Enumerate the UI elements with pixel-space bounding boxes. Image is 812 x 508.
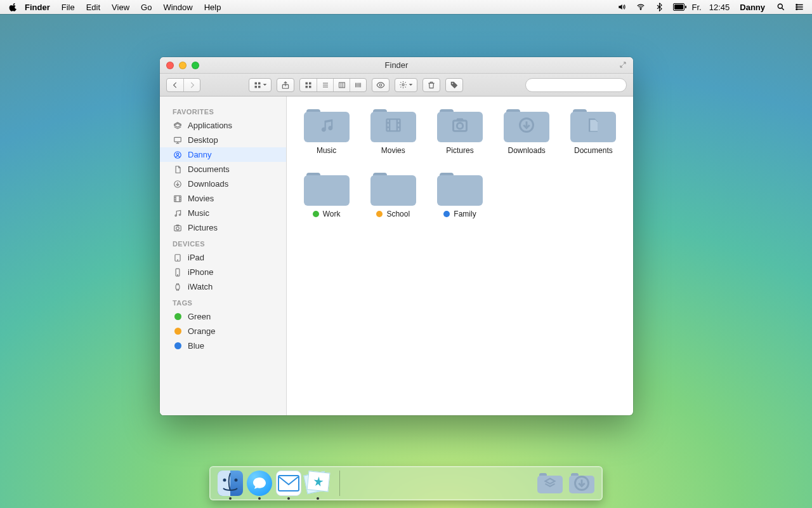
menubar-user[interactable]: Danny — [737, 0, 768, 14]
path-button[interactable] — [249, 78, 272, 92]
sidebar-item-iwatch[interactable]: iWatch — [160, 279, 286, 294]
sidebar-item-orange[interactable]: Orange — [160, 324, 286, 338]
iphone-icon — [173, 267, 183, 277]
tags-button[interactable] — [445, 78, 463, 92]
folder-icon — [504, 108, 549, 142]
sidebar-item-movies[interactable]: Movies — [160, 191, 286, 206]
sidebar: FAVORITESApplicationsDesktopDannyDocumen… — [160, 97, 287, 415]
battery-icon[interactable] — [673, 0, 684, 14]
view-columns[interactable] — [333, 79, 350, 91]
svg-rect-19 — [174, 137, 181, 142]
sidebar-item-label: Desktop — [188, 135, 218, 145]
delete-button[interactable] — [422, 78, 440, 92]
ipad-icon — [173, 253, 183, 263]
folder-label: School — [376, 210, 410, 218]
wifi-icon[interactable] — [635, 0, 646, 14]
folder-label: Music — [317, 146, 336, 155]
sidebar-item-downloads[interactable]: Downloads — [160, 177, 286, 191]
apple-menu[interactable] — [8, 0, 19, 14]
volume-icon[interactable] — [616, 0, 627, 14]
back-button[interactable] — [167, 79, 183, 91]
sidebar-item-desktop[interactable]: Desktop — [160, 133, 286, 147]
apps-icon — [173, 121, 183, 131]
folder-downloads[interactable]: Downloads — [495, 108, 559, 155]
svg-point-35 — [457, 123, 462, 129]
menu-edit[interactable]: Edit — [81, 0, 106, 14]
fullscreen-icon[interactable] — [619, 61, 627, 70]
bluetooth-icon[interactable] — [654, 0, 665, 14]
view-list[interactable] — [317, 79, 333, 91]
dock — [209, 466, 603, 500]
forward-button[interactable] — [183, 79, 200, 91]
folder-movies[interactable]: Movies — [361, 108, 425, 155]
dock-downloads-folder[interactable] — [569, 471, 594, 496]
minimize-button[interactable] — [179, 62, 187, 69]
svg-point-3 — [796, 6, 797, 8]
svg-point-15 — [379, 84, 382, 86]
sidebar-item-pictures[interactable]: Pictures — [160, 220, 286, 235]
folder-family[interactable]: Family — [428, 171, 492, 218]
sidebar-item-label: Music — [188, 208, 209, 218]
svg-rect-32 — [176, 284, 180, 289]
user-icon — [173, 150, 183, 160]
quicklook-button[interactable] — [372, 78, 390, 92]
sidebar-item-blue[interactable]: Blue — [160, 338, 286, 353]
menubar-time[interactable]: 12:45 — [709, 0, 730, 14]
toolbar — [160, 74, 633, 97]
dock-finder[interactable] — [218, 471, 243, 496]
svg-rect-39 — [278, 476, 299, 491]
dock-app-store-folder[interactable] — [537, 471, 563, 496]
folder-icon — [437, 108, 483, 142]
menu-view[interactable]: View — [106, 0, 135, 14]
view-buttons — [299, 78, 367, 92]
menu-window[interactable]: Window — [157, 0, 198, 14]
folder-music[interactable]: Music — [294, 108, 358, 155]
svg-rect-11 — [309, 82, 311, 84]
spotlight-icon[interactable] — [775, 0, 787, 14]
menu-file[interactable]: File — [56, 0, 81, 14]
view-coverflow[interactable] — [350, 79, 366, 91]
sidebar-item-applications[interactable]: Applications — [160, 118, 286, 133]
svg-rect-12 — [306, 86, 308, 88]
sidebar-item-label: Blue — [188, 341, 204, 351]
sidebar-item-label: iWatch — [188, 282, 213, 291]
close-button[interactable] — [166, 62, 174, 69]
sidebar-item-iphone[interactable]: iPhone — [160, 265, 286, 279]
action-button[interactable] — [395, 78, 417, 92]
dock-photos[interactable] — [305, 471, 331, 496]
zoom-button[interactable] — [192, 62, 199, 69]
folder-icon — [570, 108, 616, 142]
sidebar-item-green[interactable]: Green — [160, 309, 286, 324]
svg-rect-23 — [174, 196, 181, 201]
sidebar-item-music[interactable]: Music — [160, 206, 286, 220]
sidebar-item-documents[interactable]: Documents — [160, 162, 286, 177]
content-area[interactable]: MusicMoviesPicturesDownloadsDocumentsWor… — [287, 97, 633, 415]
sidebar-item-ipad[interactable]: iPad — [160, 250, 286, 265]
menubar-app[interactable]: Finder — [19, 0, 56, 14]
dock-mail[interactable] — [276, 471, 301, 496]
titlebar[interactable]: Finder — [160, 57, 633, 74]
folder-icon — [370, 108, 416, 142]
sidebar-item-label: Downloads — [188, 179, 228, 189]
folder-pictures[interactable]: Pictures — [428, 108, 492, 155]
finder-window: Finder — [160, 57, 633, 415]
dock-messages[interactable] — [247, 471, 272, 496]
search-input[interactable] — [535, 81, 630, 90]
search-field[interactable] — [525, 78, 627, 92]
svg-point-38 — [235, 479, 237, 481]
sidebar-item-danny[interactable]: Danny — [160, 147, 286, 162]
share-button[interactable] — [277, 78, 294, 92]
folder-icon — [370, 171, 416, 206]
menu-help[interactable]: Help — [199, 0, 227, 14]
folder-school[interactable]: School — [361, 171, 425, 218]
folder-documents[interactable]: Documents — [561, 108, 625, 155]
sidebar-section-title: DEVICES — [160, 235, 286, 250]
menubar-day[interactable]: Fr. — [692, 0, 702, 14]
folder-work[interactable]: Work — [294, 171, 358, 218]
svg-rect-33 — [386, 119, 400, 131]
menu-go[interactable]: Go — [135, 0, 157, 14]
view-icons[interactable] — [300, 79, 317, 91]
window-title: Finder — [385, 60, 409, 70]
notification-center-icon[interactable] — [794, 0, 806, 14]
pictures-icon — [173, 223, 183, 233]
